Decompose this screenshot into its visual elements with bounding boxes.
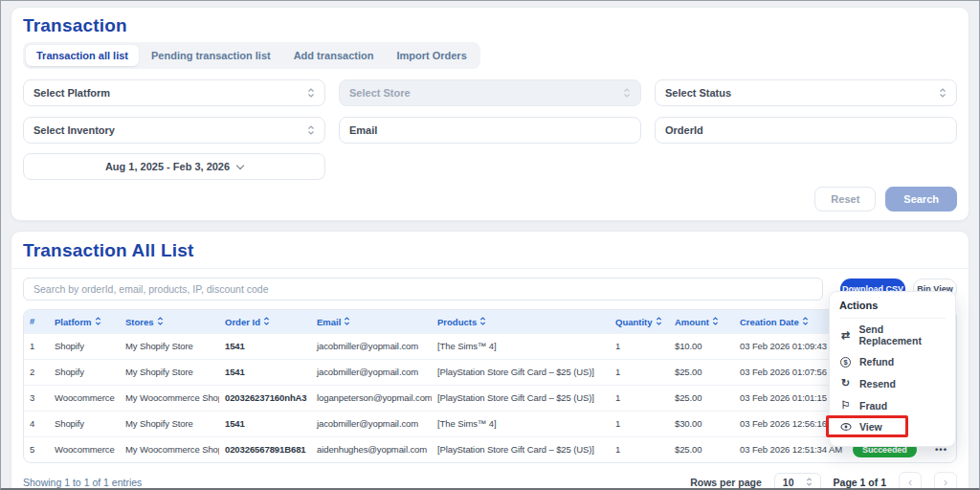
cell-index: 5 (24, 436, 49, 462)
cell-quantity: 1 (610, 385, 669, 411)
cell-order-id: 1541 (219, 359, 311, 385)
date-range-label: Aug 1, 2025 - Feb 3, 2026 (105, 161, 230, 172)
cell-stores: My Shopify Store (120, 333, 219, 359)
sort-icon[interactable] (712, 316, 719, 326)
cell-products: [PlayStation Store Gift Card – $25 (US)] (432, 436, 610, 462)
table-header-row: # Platform Stores Order Id Email Product… (24, 310, 957, 333)
chevron-updown-icon (806, 477, 813, 487)
sort-icon[interactable] (802, 316, 809, 326)
list-title: Transaction All List (23, 240, 957, 261)
cell-index: 1 (24, 333, 49, 359)
sort-icon[interactable] (479, 316, 486, 326)
cell-amount: $25.00 (669, 359, 734, 385)
cell-quantity: 1 (610, 359, 669, 385)
rows-per-page-select[interactable]: 10 (774, 473, 821, 490)
transaction-list-card: Transaction All List Download CSV Bin Vi… (11, 231, 969, 490)
search-button[interactable]: Search (885, 187, 957, 212)
reset-button[interactable]: Reset (814, 187, 876, 212)
refund-icon: $ (839, 357, 852, 368)
menu-item-resend[interactable]: ↻ Resend (839, 372, 946, 394)
menu-item-label: Refund (859, 356, 894, 368)
chevron-updown-icon (307, 87, 315, 99)
sort-icon[interactable] (157, 316, 164, 326)
cell-platform: Shopify (49, 359, 120, 385)
sort-icon[interactable] (656, 316, 662, 326)
sort-icon[interactable] (344, 316, 350, 326)
divider (11, 268, 969, 269)
table-row: 1 Shopify My Shopify Store 1541 jacobmil… (24, 333, 957, 359)
cell-products: [PlayStation Store Gift Card – $25 (US)] (432, 385, 610, 411)
col-platform[interactable]: Platform (49, 310, 120, 333)
col-amount[interactable]: Amount (669, 310, 734, 333)
filter-grid: Select Platform Select Store Select Stat… (23, 79, 957, 144)
cell-stores: My Woocommerce Shop (120, 436, 219, 462)
page-title: Transaction (23, 15, 957, 36)
cell-products: [PlayStation Store Gift Card – $25 (US)] (432, 359, 610, 385)
swap-icon: ⇄ (839, 329, 852, 342)
cell-email: aidenhughes@yopmail.com (311, 436, 432, 462)
resend-icon: ↻ (839, 377, 852, 390)
tab-import-orders[interactable]: Import Orders (386, 45, 477, 66)
cell-order-id: 1541 (219, 333, 311, 359)
cell-quantity: 1 (610, 333, 669, 359)
select-platform[interactable]: Select Platform (23, 79, 325, 106)
menu-item-view[interactable]: View (839, 416, 946, 437)
rows-per-page-value: 10 (783, 477, 794, 488)
select-store: Select Store (339, 79, 641, 106)
col-order-id[interactable]: Order Id (219, 310, 311, 333)
sort-icon[interactable] (263, 316, 270, 326)
date-range-picker[interactable]: Aug 1, 2025 - Feb 3, 2026 (23, 153, 325, 180)
col-stores[interactable]: Stores (120, 310, 219, 333)
transaction-filter-card: Transaction Transaction all list Pending… (11, 7, 969, 221)
cell-quantity: 1 (610, 411, 669, 436)
cell-products: [The Sims™ 4] (432, 411, 610, 436)
cell-index: 4 (24, 411, 49, 436)
entries-summary: Showing 1 to 1 of 1 entries (23, 477, 142, 488)
menu-item-fraud[interactable]: ⚐ Fraud (839, 394, 946, 416)
table-row: 5 Woocommerce My Woocommerce Shop 020326… (24, 436, 957, 462)
table-row: 3 Woocommerce My Woocommerce Shop 020326… (24, 385, 957, 411)
cell-amount: $10.00 (669, 333, 734, 359)
menu-item-refund[interactable]: $ Refund (839, 351, 946, 372)
chevron-updown-icon (307, 124, 315, 136)
select-status[interactable]: Select Status (655, 79, 957, 106)
col-email[interactable]: Email (311, 310, 432, 333)
chevron-updown-icon (623, 87, 631, 99)
chevron-updown-icon (939, 87, 947, 99)
email-field[interactable] (349, 124, 631, 136)
cell-email: jacobmiller@yopmail.com (311, 359, 432, 385)
select-platform-label: Select Platform (33, 87, 110, 99)
cell-order-id: 1541 (219, 411, 311, 436)
next-page-button[interactable]: › (934, 472, 957, 490)
cell-products: [The Sims™ 4] (432, 333, 610, 359)
col-index: # (24, 310, 49, 333)
tab-add-transaction[interactable]: Add transaction (283, 45, 385, 66)
select-inventory[interactable]: Select Inventory (23, 117, 325, 144)
cell-stores: My Woocommerce Shop (120, 385, 219, 411)
menu-item-send-replacement[interactable]: ⇄ Send Replacement (839, 319, 946, 351)
cell-amount: $25.00 (669, 385, 734, 411)
transaction-page: Transaction Transaction all list Pending… (0, 0, 980, 490)
prev-page-button[interactable]: ‹ (899, 472, 922, 490)
actions-menu-title: Actions (839, 300, 946, 319)
select-store-label: Select Store (349, 87, 411, 99)
transaction-table: # Platform Stores Order Id Email Product… (23, 309, 957, 463)
actions-dropdown-menu: Actions ⇄ Send Replacement $ Refund ↻ Re… (829, 291, 956, 447)
list-footer: Showing 1 to 1 of 1 entries Rows per pag… (23, 472, 957, 490)
tab-pending-transaction-list[interactable]: Pending transaction list (141, 45, 281, 66)
cell-email: loganpeterson@yopmail.com (311, 385, 432, 411)
col-products[interactable]: Products (432, 310, 610, 333)
eye-icon (839, 422, 852, 432)
orderid-field[interactable] (665, 124, 947, 136)
tab-transaction-all-list[interactable]: Transaction all list (26, 45, 139, 66)
cell-platform: Woocommerce (49, 436, 120, 462)
cell-platform: Shopify (49, 333, 120, 359)
sort-icon[interactable] (95, 316, 101, 326)
list-search-input[interactable] (23, 278, 823, 301)
cell-order-id: 020326567891B681 (219, 436, 311, 462)
orderid-field-wrap (655, 117, 957, 144)
col-quantity[interactable]: Quantity (610, 310, 669, 333)
transaction-tabs: Transaction all list Pending transaction… (23, 42, 480, 69)
cell-index: 3 (24, 385, 49, 411)
cell-quantity: 1 (610, 436, 669, 462)
